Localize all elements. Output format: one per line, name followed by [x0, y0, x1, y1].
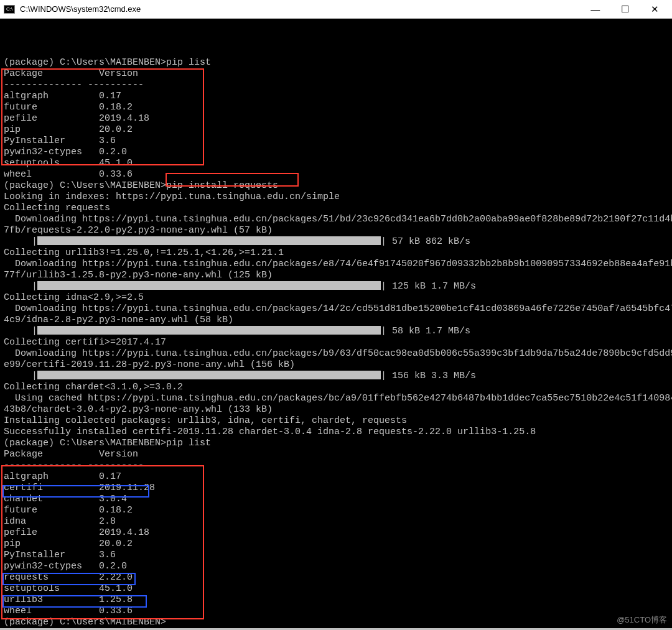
terminal-viewport[interactable]: (package) C:\Users\MAIBENBEN>pip listPac… — [0, 19, 672, 628]
cmd-icon: C:\ — [4, 5, 15, 14]
table-row: idna 2.8 — [4, 516, 671, 527]
table-row: urllib3 1.25.8 — [4, 595, 671, 606]
terminal-line: Successfully installed certifi-2019.11.2… — [4, 427, 671, 438]
window-title: C:\WINDOWS\system32\cmd.exe — [20, 4, 141, 14]
terminal-line: -------------- ---------- — [4, 80, 671, 91]
table-row: chardet 3.0.4 — [4, 494, 671, 505]
terminal-line: Downloading https://pypi.tuna.tsinghua.e… — [4, 348, 671, 359]
table-row: requests 2.22.0 — [4, 572, 671, 583]
progress-bar: || 125 kB 1.7 MB/s — [4, 281, 671, 292]
watermark: @51CTO博客 — [617, 614, 667, 626]
table-row: pip 20.0.2 — [4, 539, 671, 550]
progress-bar: || 57 kB 862 kB/s — [4, 236, 671, 248]
table-row: PyInstaller 3.6 — [4, 136, 671, 147]
progress-bar: || 156 kB 3.3 MB/s — [4, 371, 671, 382]
table-row: wheel 0.33.6 — [4, 606, 671, 617]
table-row: wheel 0.33.6 — [4, 169, 671, 180]
table-row: altgraph 0.17 — [4, 471, 671, 483]
minimize-button[interactable]: — — [582, 4, 609, 14]
terminal-line: Collecting urllib3!=1.25.0,!=1.25.1,<1.2… — [4, 248, 671, 259]
table-row: pefile 2019.4.18 — [4, 113, 671, 124]
terminal-line: 4c9/idna-2.8-py2.py3-none-any.whl (58 kB… — [4, 315, 671, 326]
close-button[interactable]: ✕ — [641, 4, 668, 15]
table-row: PyInstaller 3.6 — [4, 550, 671, 561]
terminal-line: Collecting requests — [4, 203, 671, 214]
terminal-line: -------------- ---------- — [4, 460, 671, 471]
terminal-line: (package) C:\Users\MAIBENBEN> — [4, 617, 671, 628]
terminal-line: 43b8/chardet-3.0.4-py2.py3-none-any.whl … — [4, 404, 671, 415]
maximize-button[interactable]: ☐ — [611, 4, 638, 15]
window-title-bar: C:\ C:\WINDOWS\system32\cmd.exe — ☐ ✕ — [0, 0, 672, 19]
terminal-line: 7fb/requests-2.22.0-py2.py3-none-any.whl… — [4, 225, 671, 236]
terminal-line: 77f/urllib3-1.25.8-py2.py3-none-any.whl … — [4, 270, 671, 281]
terminal-line: Installing collected packages: urllib3, … — [4, 415, 671, 427]
table-row: pip 20.0.2 — [4, 124, 671, 136]
terminal-line: Looking in indexes: https://pypi.tuna.ts… — [4, 192, 671, 203]
terminal-line: Collecting chardet<3.1.0,>=3.0.2 — [4, 382, 671, 393]
table-header: PackageVersion — [4, 68, 671, 80]
table-row: pywin32-ctypes 0.2.0 — [4, 561, 671, 572]
table-row: future 0.18.2 — [4, 505, 671, 516]
terminal-line: Collecting idna<2.9,>=2.5 — [4, 292, 671, 303]
table-header: PackageVersion — [4, 449, 671, 460]
terminal-line: Downloading https://pypi.tuna.tsinghua.e… — [4, 214, 671, 225]
terminal-line: Using cached https://pypi.tuna.tsinghua.… — [4, 393, 671, 404]
table-row: setuptools 45.1.0 — [4, 583, 671, 595]
table-row: setuptools 45.1.0 — [4, 158, 671, 169]
table-row: certifi 2019.11.28 — [4, 483, 671, 494]
table-row: altgraph 0.17 — [4, 91, 671, 102]
terminal-line: (package) C:\Users\MAIBENBEN>pip list — [4, 57, 671, 68]
terminal-line: e99/certifi-2019.11.28-py2.py3-none-any.… — [4, 359, 671, 371]
terminal-line: (package) C:\Users\MAIBENBEN>pip install… — [4, 180, 671, 192]
table-row: pefile 2019.4.18 — [4, 527, 671, 539]
table-row: pywin32-ctypes 0.2.0 — [4, 147, 671, 158]
terminal-line: Downloading https://pypi.tuna.tsinghua.e… — [4, 303, 671, 315]
terminal-line: Downloading https://pypi.tuna.tsinghua.e… — [4, 259, 671, 270]
terminal-line: Collecting certifi>=2017.4.17 — [4, 337, 671, 348]
terminal-line: (package) C:\Users\MAIBENBEN>pip list — [4, 438, 671, 449]
table-row: future 0.18.2 — [4, 102, 671, 113]
progress-bar: || 58 kB 1.7 MB/s — [4, 326, 671, 337]
window-controls: — ☐ ✕ — [582, 4, 668, 15]
